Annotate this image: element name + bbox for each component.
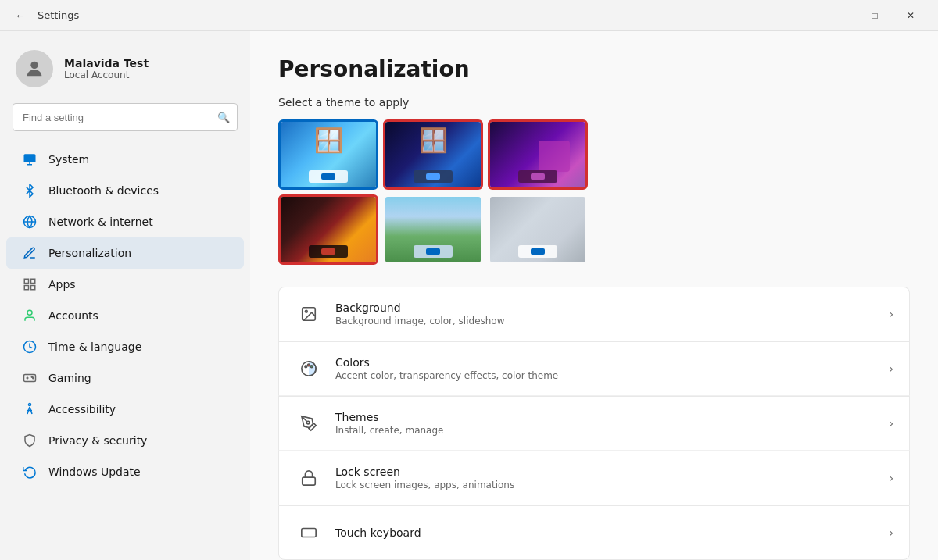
svg-point-21 [305,366,307,368]
settings-list: Background Background image, color, slid… [278,287,910,560]
colors-text: Colors Accent color, transparency effect… [335,356,876,381]
theme-card-4[interactable] [278,194,378,265]
settings-item-colors[interactable]: Colors Accent color, transparency effect… [278,341,910,396]
themes-desc: Install, create, manage [335,425,876,436]
sidebar-item-bluetooth[interactable]: Bluetooth & devices [6,175,244,206]
window-controls: – □ ✕ [821,0,929,31]
update-icon [22,464,38,480]
themes-text: Themes Install, create, manage [335,411,876,436]
touchkeyboard-text: Touch keyboard [335,526,876,539]
maximize-button[interactable]: □ [857,0,893,31]
colors-title: Colors [335,356,876,369]
theme-card-2[interactable]: 🪟 [383,119,483,190]
lockscreen-arrow: › [889,472,893,484]
main-content: Personalization Select a theme to apply … [250,31,938,560]
background-icon [295,300,323,328]
settings-item-background[interactable]: Background Background image, color, slid… [278,287,910,341]
lockscreen-text: Lock screen Lock screen images, apps, an… [335,465,876,490]
sidebar-item-accessibility[interactable]: Accessibility [6,394,244,425]
titlebar: ← Settings – □ ✕ [0,0,938,31]
sidebar-item-label: Accounts [48,309,98,322]
lockscreen-title: Lock screen [335,465,876,478]
sidebar-item-label: Network & internet [48,216,153,228]
user-info: Malavida Test Local Account [64,57,149,80]
svg-rect-25 [303,477,316,485]
nav-list: System Bluetooth & devices Network & int… [0,144,250,487]
themes-icon [295,409,323,437]
svg-point-10 [27,310,32,315]
touchkeyboard-arrow: › [889,526,893,539]
time-icon [22,339,38,355]
accessibility-icon [22,401,38,417]
themes-title: Themes [335,411,876,423]
background-text: Background Background image, color, slid… [335,301,876,326]
sidebar-item-label: Time & language [48,341,141,353]
themes-arrow: › [889,417,893,430]
svg-point-17 [29,404,31,406]
background-arrow: › [889,308,893,320]
themes-grid: 🪟 🪟 [278,119,910,265]
close-button[interactable]: ✕ [893,0,929,31]
theme-section-label: Select a theme to apply [278,96,910,109]
search-container: 🔍 [13,103,238,131]
sidebar-item-privacy[interactable]: Privacy & security [6,425,244,456]
settings-item-lockscreen[interactable]: Lock screen Lock screen images, apps, an… [278,451,910,505]
user-name: Malavida Test [64,57,149,70]
colors-desc: Accent color, transparency effects, colo… [335,370,876,381]
sidebar-item-apps[interactable]: Apps [6,269,244,300]
gaming-icon [22,370,38,386]
theme-card-3[interactable] [488,119,588,190]
system-icon [22,152,38,167]
sidebar-item-personalization[interactable]: Personalization [6,237,244,269]
svg-rect-7 [31,279,35,283]
touchkeyboard-title: Touch keyboard [335,526,876,539]
user-profile: Malavida Test Local Account [0,41,250,103]
lockscreen-icon [295,464,323,492]
sidebar-item-gaming[interactable]: Gaming [6,362,244,394]
sidebar-item-label: Gaming [48,372,91,384]
app-title: Settings [38,9,821,21]
bluetooth-icon [22,183,38,198]
settings-item-themes[interactable]: Themes Install, create, manage › [278,396,910,451]
svg-rect-9 [24,286,28,290]
colors-icon [295,355,323,383]
user-type: Local Account [64,70,149,80]
page-title: Personalization [278,56,910,82]
network-icon [22,214,38,230]
sidebar-item-label: Windows Update [48,465,141,478]
lockscreen-desc: Lock screen images, apps, animations [335,480,876,490]
search-input[interactable] [13,103,238,131]
svg-rect-26 [302,529,316,537]
sidebar-item-network[interactable]: Network & internet [6,206,244,237]
minimize-button[interactable]: – [821,0,857,31]
sidebar-item-time[interactable]: Time & language [6,331,244,362]
sidebar-item-label: Apps [48,278,76,291]
svg-point-23 [310,366,313,368]
svg-rect-6 [24,279,28,283]
svg-rect-1 [24,154,36,162]
privacy-icon [22,433,38,448]
svg-point-19 [305,310,307,312]
sidebar-item-label: Accessibility [48,403,116,416]
svg-point-16 [33,377,34,379]
sidebar-item-system[interactable]: System [6,144,244,175]
sidebar-item-label: Personalization [48,247,131,259]
svg-point-0 [30,62,38,69]
theme-card-1[interactable]: 🪟 [278,119,378,190]
sidebar-item-label: Privacy & security [48,434,147,447]
background-desc: Background image, color, slideshow [335,316,876,326]
sidebar-item-update[interactable]: Windows Update [6,456,244,487]
back-button[interactable]: ← [9,5,31,27]
avatar [16,50,53,87]
svg-point-24 [306,421,310,424]
background-title: Background [335,301,876,314]
sidebar-item-accounts[interactable]: Accounts [6,300,244,331]
apps-icon [22,276,38,292]
settings-item-touchkeyboard[interactable]: Touch keyboard › [278,505,910,560]
sidebar: Malavida Test Local Account 🔍 System Blu… [0,31,250,560]
sidebar-item-label: Bluetooth & devices [48,184,159,197]
accounts-icon [22,308,38,323]
svg-rect-8 [31,286,35,290]
theme-card-6[interactable] [488,194,588,265]
theme-card-5[interactable] [383,194,483,265]
